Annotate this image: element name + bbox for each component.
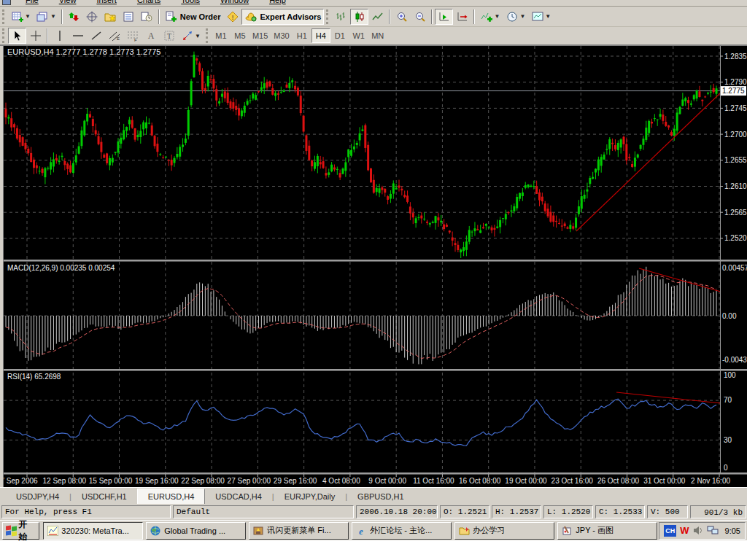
expert-advisors-button[interactable]: Expert Advisors: [241, 9, 324, 25]
bar-chart-button[interactable]: [332, 9, 350, 25]
chevron-down-icon[interactable]: ▼: [545, 13, 551, 20]
chevron-down-icon[interactable]: ▼: [519, 13, 525, 20]
period-m30-button[interactable]: M30: [271, 28, 292, 43]
svg-text:19 Sep 16:00: 19 Sep 16:00: [135, 477, 179, 485]
auto-scroll-icon: [438, 11, 450, 23]
taskbar: 开始 320230: MetaTra...Global Trading ...讯…: [0, 520, 747, 540]
toolbar-drag-handle[interactable]: [326, 9, 330, 24]
chart-tab-gbpusd-h1[interactable]: GBPUSD,H1: [347, 490, 414, 504]
child-window-icon[interactable]: [2, 0, 11, 5]
tray-clock[interactable]: 9:05: [725, 526, 740, 535]
chevron-down-icon[interactable]: ▼: [25, 13, 31, 20]
chevron-down-icon[interactable]: ▼: [50, 13, 56, 20]
strategy-tester-button[interactable]: [138, 9, 156, 25]
period-mn-button[interactable]: MN: [368, 28, 387, 43]
task-folder-study[interactable]: 办公学习: [454, 522, 554, 540]
text-t-icon: T: [163, 30, 175, 42]
arrows-button[interactable]: ▼: [178, 28, 204, 44]
start-button[interactable]: 开始: [2, 522, 39, 540]
chart-tab-usdjpy-h4[interactable]: USDJPY,H4: [6, 490, 69, 504]
period-m5-button[interactable]: M5: [231, 28, 249, 43]
task-label: 讯闪更新菜单 Fi...: [267, 525, 330, 536]
chart-tab-usdcad-h4[interactable]: USDCAD,H4: [205, 490, 272, 504]
toolbar-drag-handle[interactable]: [206, 28, 209, 43]
task-paint[interactable]: JPY - 画图: [557, 522, 657, 540]
metaeditor-button[interactable]: !: [223, 9, 241, 25]
price-chart[interactable]: 1.28351.27901.27451.27001.26551.26101.25…: [0, 45, 747, 487]
task-flash-news[interactable]: 讯闪更新菜单 Fi...: [249, 522, 349, 540]
fibonacci-button[interactable]: F: [123, 28, 142, 44]
crosshair-button[interactable]: [26, 28, 44, 44]
system-tray: CH W 9:05: [659, 522, 746, 540]
line-chart-button[interactable]: [368, 9, 387, 25]
svg-text:9 Oct 00:00: 9 Oct 00:00: [368, 477, 406, 485]
svg-text:1.2745: 1.2745: [724, 104, 747, 112]
data-window-button[interactable]: [83, 9, 101, 25]
menu-insert[interactable]: Insert: [86, 0, 127, 6]
crosshair-icon: [29, 30, 42, 42]
auto-scroll-button[interactable]: [435, 9, 453, 25]
chart-tab-eurusd-h4[interactable]: EURUSD,H4: [137, 489, 206, 504]
task-internet-explorer[interactable]: e外汇论坛 - 主论...: [352, 522, 452, 540]
new-order-icon: [165, 11, 177, 23]
svg-text:15 Sep 00:00: 15 Sep 00:00: [89, 477, 133, 485]
text-label-button[interactable]: T: [160, 28, 178, 44]
period-h4-button[interactable]: H4: [311, 28, 330, 43]
menu-help[interactable]: Help: [259, 0, 296, 6]
text-button[interactable]: A: [142, 28, 160, 44]
terminal-button[interactable]: [120, 9, 138, 25]
templates-button[interactable]: ▼: [528, 9, 554, 25]
period-m1-button[interactable]: M1: [212, 28, 231, 43]
internet-explorer-icon: e: [355, 525, 367, 537]
svg-text:1.2700: 1.2700: [724, 131, 747, 139]
navigator-button[interactable]: [101, 9, 120, 25]
period-h1-button[interactable]: H1: [293, 28, 311, 43]
menu-tools[interactable]: Tools: [171, 0, 210, 6]
chevron-down-icon[interactable]: ▼: [494, 13, 500, 20]
market-watch-button[interactable]: [65, 9, 83, 25]
ime-language-icon[interactable]: CH: [664, 525, 676, 537]
new-order-button[interactable]: New Order: [162, 9, 224, 25]
period-w1-button[interactable]: W1: [349, 28, 368, 43]
candle-chart-button[interactable]: [350, 9, 368, 25]
chevron-down-icon[interactable]: ▼: [195, 33, 201, 39]
svg-text:!: !: [232, 13, 234, 20]
zoom-in-button[interactable]: [392, 9, 411, 25]
svg-text:1.2655: 1.2655: [724, 156, 747, 164]
equidistant-channel-button[interactable]: E: [105, 28, 123, 44]
vertical-line-button[interactable]: [50, 28, 69, 44]
indicators-button[interactable]: ▼: [477, 9, 503, 25]
maxthon-tray-icon[interactable]: W: [680, 525, 689, 536]
toolbar-line-studies: EFAT▼M1M5M15M30H1H4D1W1MN: [0, 27, 747, 45]
zoom-out-button[interactable]: [411, 9, 429, 25]
period-m15-button[interactable]: M15: [249, 28, 271, 43]
line-chart-icon: [371, 11, 384, 23]
menu-charts[interactable]: Charts: [127, 0, 171, 6]
status-profile[interactable]: Default: [173, 505, 354, 518]
chart-area[interactable]: 1.28351.27901.27451.27001.26551.26101.25…: [0, 45, 747, 487]
chart-shift-button[interactable]: [453, 9, 471, 25]
terminal-icon: [123, 11, 135, 23]
toolbar-drag-handle[interactable]: [2, 28, 6, 43]
svg-text:1.2835: 1.2835: [724, 52, 747, 61]
profiles-button[interactable]: ▼: [34, 9, 59, 25]
task-globe[interactable]: Global Trading ...: [146, 522, 246, 540]
period-d1-button[interactable]: D1: [330, 28, 349, 43]
trendline-button[interactable]: [87, 28, 105, 44]
network-icon[interactable]: [707, 526, 719, 535]
chart-tab-usdchf-h1[interactable]: USDCHF,H1: [71, 490, 137, 504]
task-metatrader[interactable]: 320230: MetaTra...: [43, 522, 143, 540]
cursor-button[interactable]: [8, 28, 26, 44]
task-label: JPY - 画图: [576, 525, 614, 536]
svg-text:-0.00431: -0.00431: [722, 356, 747, 364]
horizontal-line-button[interactable]: [69, 28, 87, 44]
new-chart-button[interactable]: ▼: [8, 9, 34, 25]
menu-window[interactable]: Window: [210, 0, 259, 6]
periods-button[interactable]: ▼: [503, 9, 528, 25]
volume-icon[interactable]: [693, 526, 703, 535]
menu-file[interactable]: File: [15, 0, 49, 6]
chart-tab-eurjpy-daily[interactable]: EURJPY,Daily: [274, 490, 346, 504]
trendline-icon: [90, 30, 102, 42]
menu-view[interactable]: View: [49, 0, 87, 6]
toolbar-drag-handle[interactable]: [2, 9, 6, 24]
